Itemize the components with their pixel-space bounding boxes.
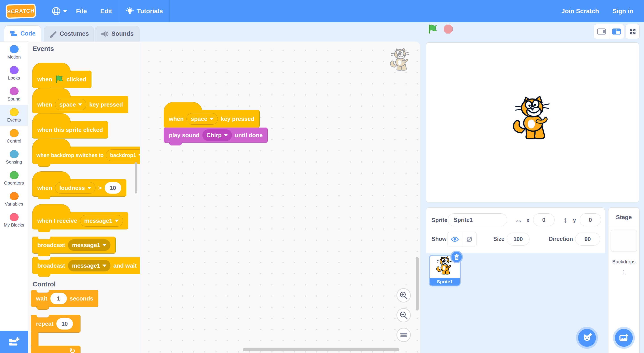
loudness-dropdown[interactable]: loudness [55, 182, 95, 194]
broadcast-dropdown[interactable]: message1 [68, 239, 110, 251]
script-play-sound-until-done[interactable]: play sound Chirp until done [164, 128, 268, 143]
x-position-input[interactable] [533, 213, 554, 226]
sound-dropdown[interactable]: Chirp [202, 129, 232, 141]
palette-section-control: Control [33, 281, 56, 288]
add-sprite-button[interactable] [578, 329, 596, 347]
backdrop-dropdown[interactable]: backdrop1 [106, 149, 140, 161]
block-when-backdrop-switches[interactable]: when backdrop switches to backdrop1 [32, 147, 140, 164]
green-flag-button[interactable] [428, 24, 438, 34]
tutorials-menu[interactable]: Tutorials [119, 0, 170, 22]
sidebar-item-sensing[interactable]: Sensing [0, 147, 28, 168]
scratch-logo[interactable]: SCRATCH [6, 3, 36, 19]
tab-costumes[interactable]: Costumes [44, 26, 94, 41]
sidebar-item-operators[interactable]: Operators [0, 168, 28, 189]
sprite-label: Sprite [432, 217, 448, 223]
block-wait-seconds[interactable]: wait 1 seconds [31, 290, 98, 307]
sprite-info-panel: Sprite ↔ x ↕ y Show Size Direction [426, 207, 605, 253]
code-workspace[interactable]: when space key pressed play sound Chirp … [140, 41, 420, 353]
zoom-out-button[interactable] [396, 308, 411, 322]
wait-value-input[interactable]: 1 [50, 293, 67, 304]
block-when-key-pressed[interactable]: when space key pressed [32, 96, 128, 113]
sidebar-item-looks[interactable]: Looks [0, 63, 28, 84]
repeat-value-input[interactable]: 10 [56, 318, 73, 330]
block-repeat-spine[interactable] [31, 332, 38, 346]
large-stage-icon [612, 28, 621, 35]
palette-scrollbar[interactable] [134, 162, 137, 193]
sidebar-item-sound[interactable]: Sound [0, 84, 28, 105]
tutorials-label: Tutorials [137, 7, 163, 15]
block-broadcast-and-wait[interactable]: broadcast message1 and wait [32, 257, 140, 274]
eye-slash-icon [465, 236, 474, 242]
language-menu[interactable] [49, 6, 69, 16]
y-position-input[interactable] [580, 213, 601, 226]
key-dropdown[interactable]: space [55, 99, 86, 110]
sign-in-link[interactable]: Sign in [606, 0, 640, 22]
fullscreen-icon [628, 27, 637, 36]
block-repeat[interactable]: repeat 10 [31, 315, 80, 333]
chevron-down-icon [138, 154, 140, 157]
block-when-flag-clicked[interactable]: when clicked [32, 71, 92, 88]
show-sprite-button[interactable] [448, 232, 462, 246]
block-palette[interactable]: Events when clicked when space key press… [28, 41, 140, 353]
workspace-vertical-scrollbar[interactable] [416, 257, 418, 311]
script-when-key-pressed[interactable]: when space key pressed [164, 110, 260, 128]
stage-viewport[interactable] [426, 42, 639, 202]
backdrop-thumbnail[interactable] [611, 230, 637, 251]
block-when-sprite-clicked[interactable]: when this sprite clicked [32, 121, 108, 138]
block-when-loudness[interactable]: when loudness > 10 [32, 179, 126, 197]
sidebar-item-motion[interactable]: Motion [0, 42, 28, 63]
motion-color-dot [10, 45, 18, 53]
backdrops-label: Backdrops [608, 259, 639, 265]
chevron-down-icon [224, 134, 228, 136]
loudness-value-input[interactable]: 10 [105, 182, 121, 194]
y-position-icon: ↕ [564, 216, 567, 224]
small-stage-button[interactable] [594, 24, 609, 39]
sidebar-item-variables[interactable]: Variables [0, 189, 28, 210]
zoom-in-icon [399, 291, 408, 300]
tab-sounds-label: Sounds [112, 30, 134, 37]
add-extension-button[interactable] [0, 331, 28, 353]
divider [608, 226, 639, 226]
sprite-name-input[interactable] [448, 213, 507, 226]
broadcast-dropdown[interactable]: message1 [68, 260, 110, 272]
block-when-i-receive[interactable]: when I receive message1 [32, 212, 128, 229]
size-input[interactable] [507, 233, 530, 246]
zoom-reset-button[interactable] [396, 328, 411, 342]
loop-arrow-icon: ↻ [69, 347, 75, 353]
chevron-down-icon [102, 244, 106, 246]
sidebar-item-myblocks[interactable]: My Blocks [0, 210, 28, 231]
file-menu[interactable]: File [69, 0, 94, 22]
chevron-down-icon [87, 187, 91, 189]
workspace-horizontal-scrollbar[interactable] [243, 348, 399, 351]
sidebar-item-control[interactable]: Control [0, 126, 28, 147]
eye-open-icon [451, 236, 459, 242]
divider [170, 0, 170, 22]
control-color-dot [10, 129, 18, 137]
add-backdrop-button[interactable] [615, 329, 633, 347]
block-broadcast[interactable]: broadcast message1 [32, 237, 116, 254]
delete-sprite-button[interactable] [450, 251, 463, 263]
message-dropdown[interactable]: message1 [80, 215, 123, 227]
sound-color-dot [10, 87, 18, 95]
join-scratch-link[interactable]: Join Scratch [555, 0, 606, 22]
chevron-down-icon [210, 118, 214, 120]
tab-sounds[interactable]: Sounds [95, 26, 140, 41]
small-stage-icon [597, 28, 606, 35]
hide-sprite-button[interactable] [462, 232, 476, 246]
chevron-down-icon [102, 265, 106, 267]
sidebar-item-events[interactable]: Events [0, 105, 28, 126]
large-stage-button[interactable] [609, 24, 624, 39]
block-repeat-footer[interactable]: ↻ [31, 346, 80, 353]
stop-button[interactable] [444, 24, 452, 33]
stage-panel-title: Stage [608, 214, 639, 221]
zoom-in-button[interactable] [396, 288, 411, 303]
x-position-icon: ↔ [515, 216, 522, 224]
edit-menu[interactable]: Edit [94, 0, 119, 22]
trash-icon [454, 254, 460, 260]
key-dropdown[interactable]: space [186, 113, 218, 125]
direction-input[interactable] [575, 233, 600, 246]
tab-code[interactable]: Code [4, 25, 41, 41]
stage-sprite-cat[interactable] [511, 96, 556, 145]
myblocks-color-dot [10, 213, 18, 221]
fullscreen-button[interactable] [626, 24, 640, 39]
